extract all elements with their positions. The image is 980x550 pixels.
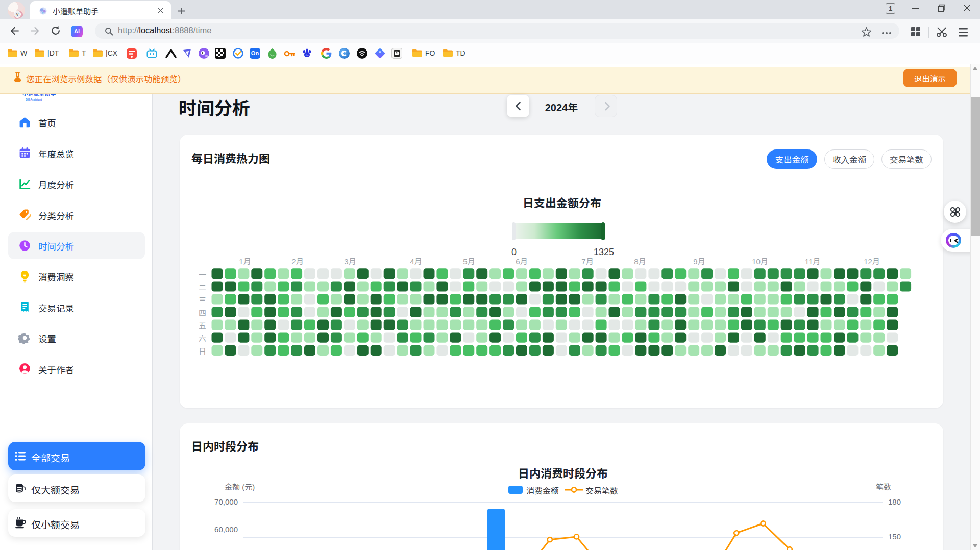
svg-text:du: du <box>306 54 309 57</box>
